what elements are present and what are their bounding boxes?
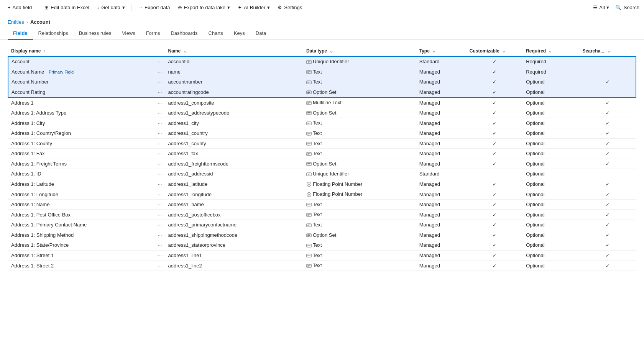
row-more-options[interactable]: ···	[158, 202, 162, 207]
table-row[interactable]: Address 1: City···address1_cityTextManag…	[8, 118, 636, 128]
table-row[interactable]: Address 1: Address Type···address1_addre…	[8, 108, 636, 118]
cell-display-name: Address 1: Latitude···	[8, 179, 165, 189]
export-data-button[interactable]: → Export data	[135, 3, 173, 12]
table-row[interactable]: Address 1: Street 2···address1_line2Text…	[8, 261, 636, 271]
cell-data-type: Text	[303, 128, 416, 138]
table-row[interactable]: Address 1···address1_compositeMultiline …	[8, 97, 636, 108]
settings-label: Settings	[284, 5, 302, 10]
row-more-options[interactable]: ···	[158, 212, 162, 218]
display-name-text: Account	[12, 59, 30, 64]
cell-customizable: ✓	[467, 261, 523, 271]
cell-name: address1_country	[165, 128, 303, 138]
col-header-searchable[interactable]: Searcha... ⌄	[580, 46, 636, 56]
row-more-options[interactable]: ···	[158, 181, 162, 187]
row-more-options[interactable]: ···	[158, 110, 162, 116]
col-header-required[interactable]: Required ⌄	[523, 46, 579, 56]
cell-type: Managed	[416, 189, 467, 200]
row-more-options[interactable]: ···	[158, 171, 162, 177]
get-data-caret: ▾	[122, 5, 125, 10]
cell-data-type: Option Set	[303, 87, 416, 97]
cell-display-name: Address 1: Primary Contact Name···	[8, 220, 165, 230]
row-more-options[interactable]: ···	[158, 242, 162, 248]
cell-name: address1_addresstypecode	[165, 108, 303, 118]
data-type-text: Unique Identifier	[313, 59, 349, 64]
filter-icon: ☰	[593, 5, 598, 10]
row-more-options[interactable]: ···	[158, 141, 162, 146]
cell-customizable: ✓	[467, 179, 523, 189]
settings-button[interactable]: ⚙ Settings	[274, 3, 305, 12]
row-more-options[interactable]: ···	[158, 222, 162, 228]
row-more-options[interactable]: ···	[158, 100, 162, 106]
col-header-type[interactable]: Type ⌄	[416, 46, 467, 56]
cell-display-name: Address 1: Country/Region···	[8, 128, 165, 138]
tab-dashboards[interactable]: Dashboards	[165, 27, 203, 40]
row-more-options[interactable]: ···	[158, 59, 162, 64]
col-header-customizable[interactable]: Customizable ⌄	[467, 46, 523, 56]
cell-data-type: Text	[303, 138, 416, 149]
all-filter-button[interactable]: ☰ All ▾	[590, 3, 612, 12]
table-row[interactable]: Account···accountidUnique IdentifierStan…	[8, 56, 636, 67]
table-row[interactable]: Address 1: ID···address1_addressidUnique…	[8, 169, 636, 179]
tab-forms[interactable]: Forms	[141, 27, 166, 40]
col-header-data-type[interactable]: Data type ⌄	[303, 46, 416, 56]
cell-searchable: ✓	[580, 210, 636, 220]
table-row[interactable]: Address 1: Primary Contact Name···addres…	[8, 220, 636, 230]
row-more-options[interactable]: ···	[158, 89, 162, 95]
export-lake-label: Export to data lake	[184, 5, 225, 10]
cell-type: Managed	[416, 67, 467, 77]
cell-customizable: ✓	[467, 128, 523, 138]
edit-excel-button[interactable]: ⊞ Edit data in Excel	[41, 3, 92, 12]
row-more-options[interactable]: ···	[158, 120, 162, 126]
get-data-button[interactable]: ↓ Get data ▾	[94, 3, 128, 12]
table-row[interactable]: Address 1: Latitude···address1_latitudeF…	[8, 179, 636, 189]
table-row[interactable]: Address 1: State/Province···address1_sta…	[8, 240, 636, 251]
row-more-options[interactable]: ···	[158, 130, 162, 136]
row-more-options[interactable]: ···	[158, 151, 162, 156]
row-more-options[interactable]: ···	[158, 192, 162, 197]
cell-customizable: ✓	[467, 240, 523, 251]
cell-type: Managed	[416, 230, 467, 240]
table-row[interactable]: Account NamePrimary Field···nameTextMana…	[8, 67, 636, 77]
table-row[interactable]: Address 1: Fax···address1_faxTextManaged…	[8, 149, 636, 159]
tab-data[interactable]: Data	[250, 27, 271, 40]
cell-name: address1_line2	[165, 261, 303, 271]
add-field-button[interactable]: + Add field	[5, 3, 35, 12]
row-more-options[interactable]: ···	[158, 232, 162, 238]
fields-table: Display name ↑ Name ⌄ Data type ⌄ Type ⌄…	[8, 46, 636, 271]
row-more-options[interactable]: ···	[158, 69, 162, 75]
table-row[interactable]: Address 1: Post Office Box···address1_po…	[8, 210, 636, 220]
row-more-options[interactable]: ···	[158, 252, 162, 258]
table-row[interactable]: Address 1: Name···address1_nameTextManag…	[8, 199, 636, 210]
table-row[interactable]: Address 1: County···address1_countyTextM…	[8, 138, 636, 149]
export-lake-button[interactable]: ⊕ Export to data lake ▾	[175, 3, 233, 12]
tab-business-rules[interactable]: Business rules	[74, 27, 117, 40]
customizable-check: ✓	[493, 253, 496, 258]
table-row[interactable]: Account Number···accountnumberTextManage…	[8, 77, 636, 87]
tab-charts[interactable]: Charts	[203, 27, 228, 40]
cell-required: Optional	[523, 159, 579, 169]
table-row[interactable]: Account Rating···accountratingcodeOption…	[8, 87, 636, 97]
tab-relationships[interactable]: Relationships	[33, 27, 74, 40]
col-header-display-name[interactable]: Display name ↑	[8, 46, 165, 56]
table-row[interactable]: Address 1: Freight Terms···address1_frei…	[8, 159, 636, 169]
searchable-check: ✓	[606, 233, 610, 238]
data-type-text: Text	[313, 120, 322, 126]
table-row[interactable]: Address 1: Country/Region···address1_cou…	[8, 128, 636, 138]
col-header-name[interactable]: Name ⌄	[165, 46, 303, 56]
row-more-options[interactable]: ···	[158, 161, 162, 167]
searchable-check: ✓	[606, 161, 610, 167]
tab-keys[interactable]: Keys	[228, 27, 250, 40]
table-row[interactable]: Address 1: Street 1···address1_line1Text…	[8, 250, 636, 261]
data-type-text: Multiline Text	[313, 100, 342, 105]
ai-builder-button[interactable]: ✦ AI Builder ▾	[235, 3, 273, 12]
breadcrumb-parent[interactable]: Entities	[8, 19, 24, 25]
data-type-text: Text	[313, 242, 322, 248]
tab-fields[interactable]: Fields	[8, 27, 33, 40]
row-more-options[interactable]: ···	[158, 79, 162, 85]
table-row[interactable]: Address 1: Shipping Method···address1_sh…	[8, 230, 636, 240]
tab-views[interactable]: Views	[117, 27, 140, 40]
cell-type: Managed	[416, 220, 467, 230]
svg-rect-3	[307, 70, 311, 74]
row-more-options[interactable]: ···	[158, 263, 162, 269]
table-row[interactable]: Address 1: Longitude···address1_longitud…	[8, 189, 636, 200]
